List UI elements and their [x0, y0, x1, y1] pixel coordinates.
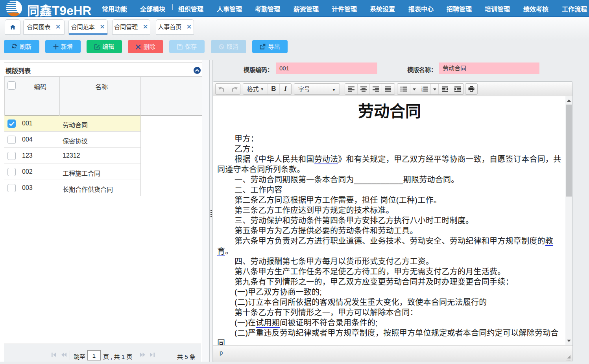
svg-text:3: 3 — [421, 90, 423, 92]
